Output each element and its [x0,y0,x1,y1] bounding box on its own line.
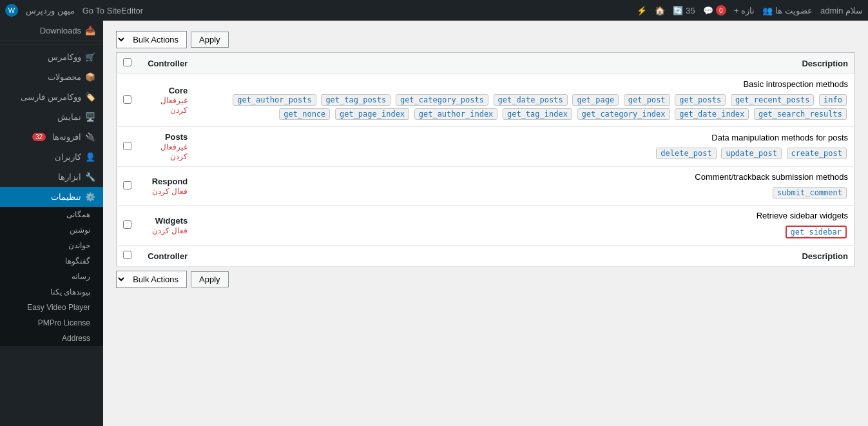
widgets-description: Retrieve sidebar widgets [200,211,848,220]
posts-disable-link[interactable]: غیرفعال کردن [160,142,188,161]
xmlrpc-methods-table: Controller Description Core [116,52,855,267]
sidebar-item-display[interactable]: 🖥️ نمایش [0,107,103,127]
apply-button-bottom[interactable]: Apply [191,271,229,287]
method-get_recent_posts[interactable]: get_recent_posts [731,94,815,106]
respond-methods: submit_comment [200,186,848,200]
sidebar-item-users[interactable]: 👤 کاربران [0,147,103,167]
users-icon: 👤 [85,152,95,162]
widgets-enable-link[interactable]: فعال کردن [152,226,188,235]
core-actions: غیرفعال کردن [144,95,188,115]
posts-methods: create_post update_post delete_post [200,146,848,160]
core-disable-link[interactable]: غیرفعال کردن [160,96,188,115]
sidebar-item-woocommerce[interactable]: 🛒 ووکامرس [0,47,103,67]
widgets-description-cell: Retrieve sidebar widgets get_sidebar [194,206,854,246]
submenu-item-pmpro[interactable]: PMPro License [0,315,103,331]
tools-icon: 🔧 [85,172,95,182]
respond-description-cell: Comment/trackback submission methods sub… [194,167,854,206]
select-all-checkbox-top[interactable] [123,58,131,66]
tablenav-bottom: Apply Bulk Actions [116,267,855,292]
submenu-item-easy-video-player[interactable]: Easy Video Player [0,300,103,315]
widgets-actions: فعال کردن [144,226,188,235]
core-methods: info get_recent_posts get_posts get_post… [200,93,848,121]
table-row: Core غیرفعال کردن Basic introspection me… [117,74,855,127]
display-icon: 🖥️ [85,112,95,122]
sidebar-item-plugins[interactable]: 🔌 افزونه‌ها 32 [0,127,103,147]
posts-checkbox-cell [117,127,139,167]
method-get_author_posts[interactable]: get_author_posts [233,94,316,106]
adminbar-user-greeting[interactable]: سلام admin [820,6,863,15]
method-info[interactable]: info [819,94,847,106]
method-create_post[interactable]: create_post [787,148,847,159]
adminbar-wp-logo[interactable]: W [5,4,18,17]
submenu-item-permalinks[interactable]: پیوندهای یکتا [0,284,103,300]
apply-button-top[interactable]: Apply [191,32,229,48]
widgets-controller-cell: Widgets فعال کردن [138,206,194,246]
respond-checkbox[interactable] [123,181,131,189]
core-description: Basic introspection methods [200,79,848,89]
adminbar-updates[interactable]: 35 🔄 [673,6,695,15]
table-row: Widgets فعال کردن Retrieve sidebar widge… [117,206,855,246]
products-icon: 📦 [85,72,95,82]
submenu-item-media[interactable]: رسانه [0,269,103,284]
sidebar-item-tools[interactable]: 🔧 ابزارها [0,167,103,187]
respond-label: Respond [144,177,188,186]
submenu-item-discussion[interactable]: گفتگوها [0,253,103,269]
core-checkbox[interactable] [123,95,131,104]
select-all-checkbox-bottom[interactable] [123,251,131,259]
posts-checkbox[interactable] [123,142,131,150]
method-get_nonce[interactable]: get_nonce [279,108,330,120]
wp-logo-icon: W [5,4,18,17]
method-get_tag_posts[interactable]: get_tag_posts [321,94,391,106]
tablenav-top: Apply Bulk Actions [116,27,855,52]
main-content: Apply Bulk Actions Controller Descriptio… [103,21,868,426]
method-get_page[interactable]: get_page [572,94,619,106]
respond-enable-link[interactable]: فعال کردن [152,187,188,196]
adminbar-home[interactable]: 🏠 [655,6,665,15]
submenu-item-address[interactable]: Address [0,331,103,346]
adminbar-new[interactable]: تازه + [734,6,755,15]
sidebar-item-downloads[interactable]: 📥 Downloads [0,21,103,41]
sidebar-divider [0,44,103,44]
adminbar-wp-icon[interactable]: ⚡ [637,6,647,15]
submenu-item-reading[interactable]: خواندن [0,238,103,253]
submenu-item-general[interactable]: همگانی [0,207,103,222]
table-row: Posts غیرفعال کردن Data manipulation met… [117,127,855,167]
widgets-methods: get_sidebar [200,224,848,240]
sidebar-item-woocommerce-fa[interactable]: 🏷️ ووکامرس فارسی [0,87,103,107]
method-get_date_posts[interactable]: get_date_posts [494,94,568,106]
description-col-header: Description [194,53,854,74]
method-get_author_index[interactable]: get_author_index [414,108,498,120]
footer-description-col: Description [194,246,854,267]
posts-actions: غیرفعال کردن [144,142,188,161]
adminbar-go-to-editor[interactable]: Go To SiteEditor [82,6,143,15]
method-get_search_results[interactable]: get_search_results [754,108,847,120]
widgets-label: Widgets [144,216,188,226]
bulk-actions-select-bottom[interactable]: Bulk Actions [116,271,187,288]
method-get_date_index[interactable]: get_date_index [675,108,749,120]
submenu-item-writing[interactable]: نوشتن [0,222,103,238]
sidebar-item-settings[interactable]: ⚙️ تنظیمات [0,187,103,207]
method-get_category_index[interactable]: get_category_index [577,108,670,120]
method-get_tag_index[interactable]: get_tag_index [503,108,572,120]
settings-submenu: همگانی نوشتن خواندن گفتگوها رسانه پیونده… [0,207,103,346]
method-get_page_index[interactable]: get_page_index [335,108,409,120]
bulk-actions-select-top[interactable]: Bulk Actions [116,31,187,48]
widgets-checkbox-cell [117,206,139,246]
table-header-row: Controller Description [117,53,855,74]
method-get_sidebar-highlighted[interactable]: get_sidebar [786,226,847,238]
widgets-checkbox[interactable] [123,220,131,229]
method-delete_post[interactable]: delete_post [656,148,716,159]
method-submit_comment[interactable]: submit_comment [773,187,847,198]
respond-description: Comment/trackback submission methods [200,172,848,182]
method-get_category_posts[interactable]: get_category_posts [396,94,488,106]
posts-description-cell: Data manipulation methods for posts crea… [194,127,854,167]
method-get_post[interactable]: get_post [624,94,670,106]
table-footer-row: Controller Description [117,246,855,267]
adminbar-site-name[interactable]: میهن وردپرس [26,6,75,15]
method-update_post[interactable]: update_post [721,148,781,159]
adminbar-membership[interactable]: عضویت ها 👥 [762,6,813,15]
core-description-cell: Basic introspection methods info get_rec… [194,74,854,127]
method-get_posts[interactable]: get_posts [675,94,726,106]
adminbar-notifications[interactable]: 0 💬 [703,5,726,15]
sidebar-item-products[interactable]: 📦 محصولات [0,67,103,87]
